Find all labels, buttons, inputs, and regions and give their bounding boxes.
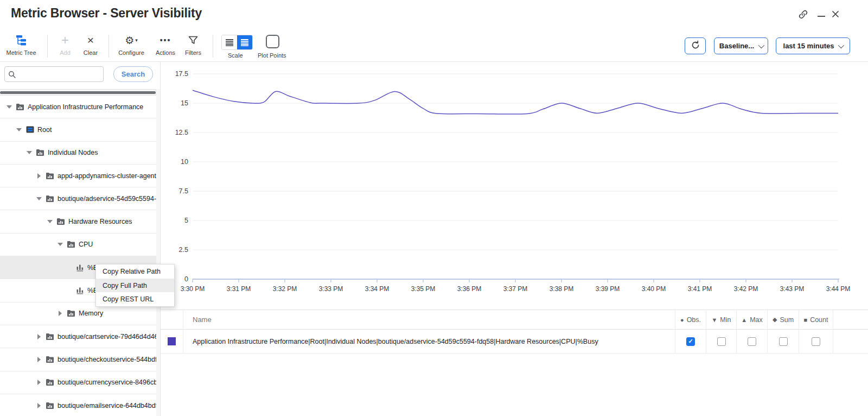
baseline-dropdown[interactable]: Baseline...: [714, 37, 768, 54]
vertical-scrollbar[interactable]: [156, 89, 160, 416]
tree-row[interactable]: boutique/emailservice-644db4bdf8-lc: [0, 394, 156, 416]
context-menu-item[interactable]: Copy Full Path: [96, 279, 174, 293]
metric-folder-icon: [46, 402, 54, 409]
stat-column-header: ◆Sum: [767, 310, 799, 329]
ellipsis-icon: •••: [160, 33, 171, 48]
unchecked-checkbox[interactable]: [717, 337, 726, 346]
checked-checkbox[interactable]: ✓: [686, 337, 695, 346]
configure-button[interactable]: ⚙▾ Configure: [114, 33, 149, 60]
tree-row[interactable]: boutique/checkoutservice-544bdf649: [0, 348, 156, 371]
tree-item-label: boutique/checkoutservice-544bdf649: [58, 356, 156, 363]
metric-folder-icon: [36, 149, 44, 156]
metric-tree-sidebar: Search Application Infrastructure Perfor…: [0, 62, 161, 416]
expander-open-icon[interactable]: [36, 196, 42, 202]
context-menu-item[interactable]: Copy Relative Path: [96, 264, 174, 279]
horizontal-scrollbar[interactable]: [0, 89, 157, 96]
metric-folder-icon: [46, 333, 54, 340]
plot-points-checkbox[interactable]: [266, 35, 279, 48]
refresh-button[interactable]: [685, 37, 706, 54]
tree-row[interactable]: boutique/adservice-54d59c5594-fdq58: [0, 187, 156, 210]
table-row[interactable]: Application Infrastructure Performance|R…: [161, 330, 868, 354]
y-axis-tick-label: 0: [184, 275, 188, 283]
context-menu-item[interactable]: Copy REST URL: [96, 292, 174, 306]
y-axis-tick-label: 10: [181, 158, 188, 166]
diamond-icon: ◆: [773, 316, 777, 323]
stat-cell: [736, 330, 767, 353]
unchecked-checkbox[interactable]: [812, 337, 820, 346]
series-line: [193, 90, 838, 114]
x-axis-tick-label: 3:32 PM: [273, 285, 297, 293]
tree-item-label: appd-appdynamics-cluster-agent-app: [58, 172, 156, 180]
x-axis-tick-label: 3:39 PM: [596, 285, 620, 293]
x-axis-tick-label: 3:30 PM: [181, 285, 205, 293]
scale-compact-segment[interactable]: [222, 35, 237, 49]
metrics-table: Name ●Obs.▼Min▲Max◆Sum■Count Application…: [161, 310, 868, 354]
x-axis-tick-label: 3:40 PM: [642, 285, 666, 293]
chevron-down-icon: [838, 42, 844, 48]
metric-folder-icon: [46, 173, 54, 179]
gear-icon: ⚙▾: [125, 33, 138, 48]
stat-column-header: ■Count: [799, 310, 833, 329]
stat-column-header: ▼Min: [706, 310, 736, 329]
x-axis-tick-label: 3:36 PM: [457, 285, 482, 293]
table-header-row: Name ●Obs.▼Min▲Max◆Sum■Count: [161, 310, 868, 330]
y-axis-tick-label: 7.5: [179, 187, 188, 195]
x-axis-tick-label: 3:37 PM: [503, 285, 528, 293]
metric-tree-button[interactable]: Metric Tree: [4, 33, 39, 60]
search-button[interactable]: Search: [113, 66, 153, 82]
tree-item-label: Individual Nodes: [48, 149, 98, 156]
toolbar-separator: [213, 35, 213, 58]
metric-chart: 02.557.51012.51517.53:30 PM3:31 PM3:32 P…: [161, 62, 868, 302]
metric-folder-icon: [56, 218, 65, 225]
tree-row[interactable]: appd-appdynamics-cluster-agent-app: [0, 165, 156, 187]
search-input[interactable]: [4, 66, 104, 82]
close-icon[interactable]: [830, 9, 841, 20]
page-title: Metric Browser - Server Visibility: [11, 6, 202, 21]
time-range-dropdown[interactable]: last 15 minutes: [776, 37, 850, 54]
table-spacer: [833, 310, 868, 329]
expander-closed-icon[interactable]: [36, 356, 42, 363]
tree-row[interactable]: Individual Nodes: [0, 142, 156, 165]
expander-open-icon[interactable]: [6, 104, 12, 110]
y-axis-tick-label: 5: [184, 217, 188, 224]
stat-column-header: ▲Max: [736, 310, 767, 329]
stat-cell: ✓: [675, 330, 706, 353]
scale-full-segment[interactable]: [237, 35, 252, 49]
minimize-icon[interactable]: [816, 9, 827, 20]
chevron-down-icon: [758, 42, 764, 48]
table-spacer: [833, 330, 868, 353]
expander-open-icon[interactable]: [57, 241, 63, 248]
expander-closed-icon[interactable]: [57, 310, 63, 317]
x-axis-tick-label: 3:38 PM: [550, 285, 574, 293]
expander-closed-icon[interactable]: [36, 379, 42, 386]
tree-row[interactable]: Application Infrastructure Performance: [0, 96, 156, 118]
filters-button[interactable]: Filters: [176, 33, 210, 60]
tree-item-label: CPU: [79, 241, 93, 248]
tree-item-label: Hardware Resources: [68, 218, 132, 225]
expander-closed-icon[interactable]: [36, 402, 42, 409]
toolbar: Metric Tree + Add × Clear ⚙▾ Configure •…: [0, 30, 868, 62]
tree-row[interactable]: boutique/cartservice-79d46d4d46-9b: [0, 325, 156, 348]
tree-row[interactable]: Root: [0, 118, 156, 141]
scale-toggle[interactable]: [221, 35, 253, 50]
expander-open-icon[interactable]: [16, 127, 22, 133]
expander-closed-icon[interactable]: [36, 173, 42, 179]
x-axis-tick-label: 3:31 PM: [227, 285, 251, 293]
link-icon[interactable]: [797, 9, 808, 20]
clear-button[interactable]: × Clear: [73, 33, 108, 60]
tree-row[interactable]: boutique/currencyservice-8496cb5c7: [0, 371, 156, 394]
unchecked-checkbox[interactable]: [779, 337, 788, 346]
expander-open-icon[interactable]: [26, 149, 33, 156]
x-axis-tick-label: 3:43 PM: [780, 285, 805, 293]
toolbar-separator: [108, 35, 109, 58]
tree-row[interactable]: CPU: [0, 234, 156, 256]
refresh-icon: [691, 40, 700, 52]
metric-browser-window: Metric Browser - Server Visibility Metri…: [0, 0, 868, 416]
expander-closed-icon[interactable]: [36, 333, 42, 340]
expander-open-icon[interactable]: [47, 218, 53, 225]
y-axis-tick-label: 17.5: [175, 70, 188, 78]
tree-row[interactable]: Hardware Resources: [0, 210, 156, 233]
unchecked-checkbox[interactable]: [748, 337, 756, 346]
metric-folder-icon: [67, 241, 75, 248]
triangle-down-icon: ▼: [711, 317, 717, 323]
